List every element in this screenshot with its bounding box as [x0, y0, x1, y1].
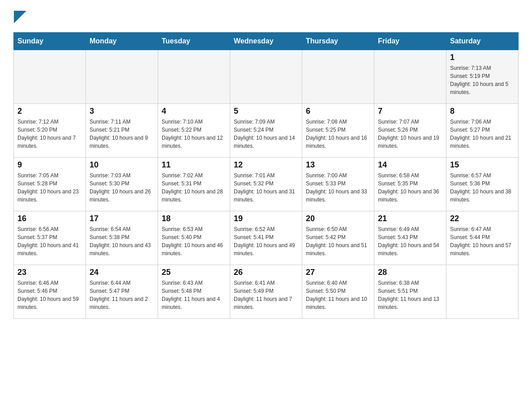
- weekday-header-tuesday: Tuesday: [158, 33, 230, 50]
- day-info: Sunrise: 7:06 AMSunset: 5:27 PMDaylight:…: [450, 118, 515, 150]
- calendar-cell: 6Sunrise: 7:08 AMSunset: 5:25 PMDaylight…: [302, 104, 374, 158]
- day-number: 2: [17, 107, 82, 116]
- calendar-cell: 9Sunrise: 7:05 AMSunset: 5:28 PMDaylight…: [14, 158, 86, 211]
- day-info: Sunrise: 6:49 AMSunset: 5:43 PMDaylight:…: [378, 225, 442, 257]
- day-info: Sunrise: 6:54 AMSunset: 5:38 PMDaylight:…: [90, 225, 154, 257]
- calendar-cell: [374, 50, 446, 104]
- calendar-cell: 3Sunrise: 7:11 AMSunset: 5:21 PMDaylight…: [86, 104, 158, 158]
- day-info: Sunrise: 7:12 AMSunset: 5:20 PMDaylight:…: [17, 118, 82, 150]
- day-info: Sunrise: 7:08 AMSunset: 5:25 PMDaylight:…: [306, 118, 370, 150]
- logo: [13, 9, 26, 23]
- day-info: Sunrise: 7:03 AMSunset: 5:30 PMDaylight:…: [90, 171, 154, 204]
- day-info: Sunrise: 7:13 AMSunset: 5:19 PMDaylight:…: [450, 64, 515, 96]
- day-info: Sunrise: 7:00 AMSunset: 5:33 PMDaylight:…: [306, 171, 370, 204]
- calendar-cell: 12Sunrise: 7:01 AMSunset: 5:32 PMDayligh…: [230, 158, 302, 211]
- day-info: Sunrise: 6:56 AMSunset: 5:37 PMDaylight:…: [17, 225, 82, 257]
- weekday-header-monday: Monday: [86, 33, 158, 50]
- calendar-cell: 25Sunrise: 6:43 AMSunset: 5:48 PMDayligh…: [158, 265, 230, 319]
- calendar-week-4: 16Sunrise: 6:56 AMSunset: 5:37 PMDayligh…: [14, 211, 519, 265]
- day-number: 1: [450, 53, 515, 62]
- page-header: [13, 9, 519, 23]
- calendar-cell: 18Sunrise: 6:53 AMSunset: 5:40 PMDayligh…: [158, 211, 230, 265]
- calendar-cell: 11Sunrise: 7:02 AMSunset: 5:31 PMDayligh…: [158, 158, 230, 211]
- calendar-cell: [86, 50, 158, 104]
- day-number: 25: [162, 268, 226, 277]
- day-info: Sunrise: 6:41 AMSunset: 5:49 PMDaylight:…: [234, 279, 298, 311]
- calendar-body: 1Sunrise: 7:13 AMSunset: 5:19 PMDaylight…: [14, 50, 519, 319]
- calendar-cell: 26Sunrise: 6:41 AMSunset: 5:49 PMDayligh…: [230, 265, 302, 319]
- day-info: Sunrise: 6:57 AMSunset: 5:36 PMDaylight:…: [450, 171, 515, 204]
- day-number: 11: [162, 160, 226, 170]
- day-number: 10: [90, 160, 154, 170]
- calendar-week-5: 23Sunrise: 6:46 AMSunset: 5:46 PMDayligh…: [14, 265, 519, 319]
- day-number: 15: [450, 160, 515, 170]
- day-number: 19: [234, 214, 298, 223]
- day-info: Sunrise: 6:43 AMSunset: 5:48 PMDaylight:…: [162, 279, 226, 311]
- calendar-cell: [302, 50, 374, 104]
- day-info: Sunrise: 7:02 AMSunset: 5:31 PMDaylight:…: [162, 171, 226, 204]
- day-info: Sunrise: 6:47 AMSunset: 5:44 PMDaylight:…: [450, 225, 515, 257]
- calendar-cell: 5Sunrise: 7:09 AMSunset: 5:24 PMDaylight…: [230, 104, 302, 158]
- weekday-header-sunday: Sunday: [14, 33, 86, 50]
- day-number: 14: [378, 160, 442, 170]
- logo-arrow-icon: [14, 11, 26, 23]
- calendar-cell: [446, 265, 519, 319]
- calendar-cell: 27Sunrise: 6:40 AMSunset: 5:50 PMDayligh…: [302, 265, 374, 319]
- calendar-cell: [230, 50, 302, 104]
- day-number: 24: [90, 268, 154, 277]
- day-number: 3: [90, 107, 154, 116]
- calendar-week-1: 1Sunrise: 7:13 AMSunset: 5:19 PMDaylight…: [14, 50, 519, 104]
- calendar-table: SundayMondayTuesdayWednesdayThursdayFrid…: [13, 32, 519, 319]
- calendar-cell: 21Sunrise: 6:49 AMSunset: 5:43 PMDayligh…: [374, 211, 446, 265]
- day-info: Sunrise: 7:07 AMSunset: 5:26 PMDaylight:…: [378, 118, 442, 150]
- calendar-cell: 13Sunrise: 7:00 AMSunset: 5:33 PMDayligh…: [302, 158, 374, 211]
- calendar-week-2: 2Sunrise: 7:12 AMSunset: 5:20 PMDaylight…: [14, 104, 519, 158]
- calendar-cell: 4Sunrise: 7:10 AMSunset: 5:22 PMDaylight…: [158, 104, 230, 158]
- calendar-cell: 8Sunrise: 7:06 AMSunset: 5:27 PMDaylight…: [446, 104, 519, 158]
- calendar-cell: 23Sunrise: 6:46 AMSunset: 5:46 PMDayligh…: [14, 265, 86, 319]
- day-info: Sunrise: 7:09 AMSunset: 5:24 PMDaylight:…: [234, 118, 298, 150]
- weekday-header-wednesday: Wednesday: [230, 33, 302, 50]
- day-number: 23: [17, 268, 82, 277]
- day-number: 17: [90, 214, 154, 223]
- day-info: Sunrise: 6:44 AMSunset: 5:47 PMDaylight:…: [90, 279, 154, 311]
- weekday-header-row: SundayMondayTuesdayWednesdayThursdayFrid…: [14, 33, 519, 50]
- day-number: 26: [234, 268, 298, 277]
- day-info: Sunrise: 6:38 AMSunset: 5:51 PMDaylight:…: [378, 279, 442, 311]
- day-number: 7: [378, 107, 442, 116]
- day-number: 4: [162, 107, 226, 116]
- calendar-cell: 28Sunrise: 6:38 AMSunset: 5:51 PMDayligh…: [374, 265, 446, 319]
- day-number: 6: [306, 107, 370, 116]
- weekday-header-friday: Friday: [374, 33, 446, 50]
- day-info: Sunrise: 6:46 AMSunset: 5:46 PMDaylight:…: [17, 279, 82, 311]
- day-info: Sunrise: 7:11 AMSunset: 5:21 PMDaylight:…: [90, 118, 154, 150]
- calendar-cell: 1Sunrise: 7:13 AMSunset: 5:19 PMDaylight…: [446, 50, 519, 104]
- day-info: Sunrise: 6:58 AMSunset: 5:35 PMDaylight:…: [378, 171, 442, 204]
- calendar-cell: 24Sunrise: 6:44 AMSunset: 5:47 PMDayligh…: [86, 265, 158, 319]
- day-info: Sunrise: 6:50 AMSunset: 5:42 PMDaylight:…: [306, 225, 370, 257]
- weekday-header-saturday: Saturday: [446, 33, 519, 50]
- day-number: 22: [450, 214, 515, 223]
- calendar-cell: 10Sunrise: 7:03 AMSunset: 5:30 PMDayligh…: [86, 158, 158, 211]
- day-number: 12: [234, 160, 298, 170]
- day-number: 8: [450, 107, 515, 116]
- weekday-header-thursday: Thursday: [302, 33, 374, 50]
- day-number: 20: [306, 214, 370, 223]
- calendar-cell: 22Sunrise: 6:47 AMSunset: 5:44 PMDayligh…: [446, 211, 519, 265]
- calendar-cell: 20Sunrise: 6:50 AMSunset: 5:42 PMDayligh…: [302, 211, 374, 265]
- day-info: Sunrise: 7:05 AMSunset: 5:28 PMDaylight:…: [17, 171, 82, 204]
- day-number: 13: [306, 160, 370, 170]
- day-info: Sunrise: 7:10 AMSunset: 5:22 PMDaylight:…: [162, 118, 226, 150]
- calendar-week-3: 9Sunrise: 7:05 AMSunset: 5:28 PMDaylight…: [14, 158, 519, 211]
- calendar-cell: 15Sunrise: 6:57 AMSunset: 5:36 PMDayligh…: [446, 158, 519, 211]
- day-info: Sunrise: 6:40 AMSunset: 5:50 PMDaylight:…: [306, 279, 370, 311]
- day-number: 21: [378, 214, 442, 223]
- day-info: Sunrise: 7:01 AMSunset: 5:32 PMDaylight:…: [234, 171, 298, 204]
- calendar-cell: [158, 50, 230, 104]
- calendar-cell: 16Sunrise: 6:56 AMSunset: 5:37 PMDayligh…: [14, 211, 86, 265]
- calendar-cell: [14, 50, 86, 104]
- calendar-header: SundayMondayTuesdayWednesdayThursdayFrid…: [14, 33, 519, 50]
- calendar-cell: 2Sunrise: 7:12 AMSunset: 5:20 PMDaylight…: [14, 104, 86, 158]
- calendar-cell: 7Sunrise: 7:07 AMSunset: 5:26 PMDaylight…: [374, 104, 446, 158]
- day-info: Sunrise: 6:52 AMSunset: 5:41 PMDaylight:…: [234, 225, 298, 257]
